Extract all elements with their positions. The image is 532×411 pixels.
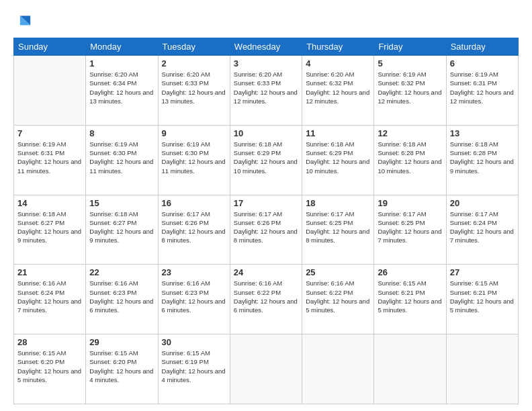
day-info: Sunrise: 6:18 AM Sunset: 6:28 PM Dayligh… bbox=[378, 140, 442, 175]
calendar-cell bbox=[14, 56, 86, 126]
calendar-table: Sunday Monday Tuesday Wednesday Thursday… bbox=[13, 38, 519, 404]
week-row-5: 28Sunrise: 6:15 AM Sunset: 6:20 PM Dayli… bbox=[14, 334, 519, 404]
calendar-cell: 23Sunrise: 6:16 AM Sunset: 6:23 PM Dayli… bbox=[158, 265, 230, 334]
day-info: Sunrise: 6:16 AM Sunset: 6:22 PM Dayligh… bbox=[234, 279, 298, 314]
day-info: Sunrise: 6:15 AM Sunset: 6:21 PM Dayligh… bbox=[378, 279, 442, 314]
day-info: Sunrise: 6:17 AM Sunset: 6:25 PM Dayligh… bbox=[378, 210, 442, 245]
logo-icon bbox=[13, 12, 32, 31]
header-saturday: Saturday bbox=[446, 38, 518, 56]
day-number: 2 bbox=[162, 58, 226, 68]
calendar-cell bbox=[446, 334, 518, 404]
day-number: 8 bbox=[89, 128, 154, 138]
week-row-3: 14Sunrise: 6:18 AM Sunset: 6:27 PM Dayli… bbox=[14, 195, 519, 265]
day-info: Sunrise: 6:18 AM Sunset: 6:28 PM Dayligh… bbox=[450, 140, 515, 175]
calendar-cell bbox=[302, 334, 374, 404]
calendar-cell: 1Sunrise: 6:20 AM Sunset: 6:34 PM Daylig… bbox=[86, 56, 158, 126]
day-number: 9 bbox=[162, 128, 226, 138]
day-info: Sunrise: 6:16 AM Sunset: 6:22 PM Dayligh… bbox=[306, 279, 370, 314]
day-info: Sunrise: 6:20 AM Sunset: 6:32 PM Dayligh… bbox=[306, 70, 370, 105]
day-number: 11 bbox=[306, 128, 370, 138]
week-row-2: 7Sunrise: 6:19 AM Sunset: 6:31 PM Daylig… bbox=[14, 125, 519, 195]
header-friday: Friday bbox=[374, 38, 446, 56]
day-info: Sunrise: 6:18 AM Sunset: 6:27 PM Dayligh… bbox=[17, 210, 82, 245]
calendar-cell: 30Sunrise: 6:15 AM Sunset: 6:19 PM Dayli… bbox=[158, 334, 230, 404]
day-number: 26 bbox=[378, 267, 442, 277]
day-info: Sunrise: 6:16 AM Sunset: 6:23 PM Dayligh… bbox=[162, 279, 226, 314]
day-number: 12 bbox=[378, 128, 442, 138]
day-info: Sunrise: 6:19 AM Sunset: 6:32 PM Dayligh… bbox=[378, 70, 442, 105]
day-info: Sunrise: 6:19 AM Sunset: 6:30 PM Dayligh… bbox=[162, 140, 226, 175]
day-info: Sunrise: 6:17 AM Sunset: 6:24 PM Dayligh… bbox=[450, 210, 515, 245]
day-number: 15 bbox=[89, 198, 154, 208]
day-number: 5 bbox=[378, 58, 442, 68]
calendar-cell: 21Sunrise: 6:16 AM Sunset: 6:24 PM Dayli… bbox=[14, 265, 86, 334]
calendar-cell: 12Sunrise: 6:18 AM Sunset: 6:28 PM Dayli… bbox=[374, 125, 446, 195]
day-info: Sunrise: 6:16 AM Sunset: 6:23 PM Dayligh… bbox=[89, 279, 154, 314]
calendar-cell: 3Sunrise: 6:20 AM Sunset: 6:33 PM Daylig… bbox=[230, 56, 302, 126]
calendar-cell: 9Sunrise: 6:19 AM Sunset: 6:30 PM Daylig… bbox=[158, 125, 230, 195]
day-number: 14 bbox=[17, 198, 82, 208]
day-info: Sunrise: 6:19 AM Sunset: 6:31 PM Dayligh… bbox=[450, 70, 515, 105]
calendar-cell: 25Sunrise: 6:16 AM Sunset: 6:22 PM Dayli… bbox=[302, 265, 374, 334]
calendar-cell: 22Sunrise: 6:16 AM Sunset: 6:23 PM Dayli… bbox=[86, 265, 158, 334]
week-row-1: 1Sunrise: 6:20 AM Sunset: 6:34 PM Daylig… bbox=[14, 56, 519, 126]
calendar-cell: 29Sunrise: 6:15 AM Sunset: 6:20 PM Dayli… bbox=[86, 334, 158, 404]
calendar-cell: 8Sunrise: 6:19 AM Sunset: 6:30 PM Daylig… bbox=[86, 125, 158, 195]
calendar-cell bbox=[230, 334, 302, 404]
calendar-cell: 10Sunrise: 6:18 AM Sunset: 6:29 PM Dayli… bbox=[230, 125, 302, 195]
day-number: 29 bbox=[89, 337, 154, 347]
calendar-cell: 19Sunrise: 6:17 AM Sunset: 6:25 PM Dayli… bbox=[374, 195, 446, 265]
calendar-cell: 28Sunrise: 6:15 AM Sunset: 6:20 PM Dayli… bbox=[14, 334, 86, 404]
day-number: 10 bbox=[234, 128, 298, 138]
day-info: Sunrise: 6:18 AM Sunset: 6:29 PM Dayligh… bbox=[234, 140, 298, 175]
calendar-cell: 4Sunrise: 6:20 AM Sunset: 6:32 PM Daylig… bbox=[302, 56, 374, 126]
calendar-cell: 24Sunrise: 6:16 AM Sunset: 6:22 PM Dayli… bbox=[230, 265, 302, 334]
calendar-cell: 16Sunrise: 6:17 AM Sunset: 6:26 PM Dayli… bbox=[158, 195, 230, 265]
day-number: 6 bbox=[450, 58, 515, 68]
header-monday: Monday bbox=[86, 38, 158, 56]
header-wednesday: Wednesday bbox=[230, 38, 302, 56]
calendar-cell: 26Sunrise: 6:15 AM Sunset: 6:21 PM Dayli… bbox=[374, 265, 446, 334]
page: Sunday Monday Tuesday Wednesday Thursday… bbox=[0, 0, 532, 411]
day-number: 25 bbox=[306, 267, 370, 277]
day-number: 28 bbox=[17, 337, 82, 347]
calendar-cell: 7Sunrise: 6:19 AM Sunset: 6:31 PM Daylig… bbox=[14, 125, 86, 195]
calendar-cell: 18Sunrise: 6:17 AM Sunset: 6:25 PM Dayli… bbox=[302, 195, 374, 265]
day-number: 13 bbox=[450, 128, 515, 138]
day-info: Sunrise: 6:20 AM Sunset: 6:33 PM Dayligh… bbox=[162, 70, 226, 105]
day-info: Sunrise: 6:16 AM Sunset: 6:24 PM Dayligh… bbox=[17, 279, 82, 314]
calendar-cell: 2Sunrise: 6:20 AM Sunset: 6:33 PM Daylig… bbox=[158, 56, 230, 126]
day-info: Sunrise: 6:17 AM Sunset: 6:26 PM Dayligh… bbox=[234, 210, 298, 245]
header bbox=[13, 12, 519, 31]
calendar-cell: 27Sunrise: 6:15 AM Sunset: 6:21 PM Dayli… bbox=[446, 265, 518, 334]
calendar-cell: 15Sunrise: 6:18 AM Sunset: 6:27 PM Dayli… bbox=[86, 195, 158, 265]
day-info: Sunrise: 6:15 AM Sunset: 6:20 PM Dayligh… bbox=[17, 349, 82, 384]
day-info: Sunrise: 6:18 AM Sunset: 6:29 PM Dayligh… bbox=[306, 140, 370, 175]
header-thursday: Thursday bbox=[302, 38, 374, 56]
calendar-header: Sunday Monday Tuesday Wednesday Thursday… bbox=[14, 38, 519, 56]
day-number: 16 bbox=[162, 198, 226, 208]
calendar-cell: 11Sunrise: 6:18 AM Sunset: 6:29 PM Dayli… bbox=[302, 125, 374, 195]
day-number: 4 bbox=[306, 58, 370, 68]
day-info: Sunrise: 6:20 AM Sunset: 6:34 PM Dayligh… bbox=[89, 70, 154, 105]
day-info: Sunrise: 6:15 AM Sunset: 6:21 PM Dayligh… bbox=[450, 279, 515, 314]
day-info: Sunrise: 6:19 AM Sunset: 6:30 PM Dayligh… bbox=[89, 140, 154, 175]
day-info: Sunrise: 6:17 AM Sunset: 6:26 PM Dayligh… bbox=[162, 210, 226, 245]
calendar-cell bbox=[374, 334, 446, 404]
day-info: Sunrise: 6:17 AM Sunset: 6:25 PM Dayligh… bbox=[306, 210, 370, 245]
day-info: Sunrise: 6:20 AM Sunset: 6:33 PM Dayligh… bbox=[234, 70, 298, 105]
day-info: Sunrise: 6:19 AM Sunset: 6:31 PM Dayligh… bbox=[17, 140, 82, 175]
day-info: Sunrise: 6:15 AM Sunset: 6:19 PM Dayligh… bbox=[162, 349, 226, 384]
day-number: 18 bbox=[306, 198, 370, 208]
calendar-cell: 13Sunrise: 6:18 AM Sunset: 6:28 PM Dayli… bbox=[446, 125, 518, 195]
day-info: Sunrise: 6:15 AM Sunset: 6:20 PM Dayligh… bbox=[89, 349, 154, 384]
day-header-row: Sunday Monday Tuesday Wednesday Thursday… bbox=[14, 38, 519, 56]
header-sunday: Sunday bbox=[14, 38, 86, 56]
day-number: 21 bbox=[17, 267, 82, 277]
header-tuesday: Tuesday bbox=[158, 38, 230, 56]
day-number: 1 bbox=[89, 58, 154, 68]
day-number: 17 bbox=[234, 198, 298, 208]
calendar-cell: 20Sunrise: 6:17 AM Sunset: 6:24 PM Dayli… bbox=[446, 195, 518, 265]
day-number: 3 bbox=[234, 58, 298, 68]
day-info: Sunrise: 6:18 AM Sunset: 6:27 PM Dayligh… bbox=[89, 210, 154, 245]
